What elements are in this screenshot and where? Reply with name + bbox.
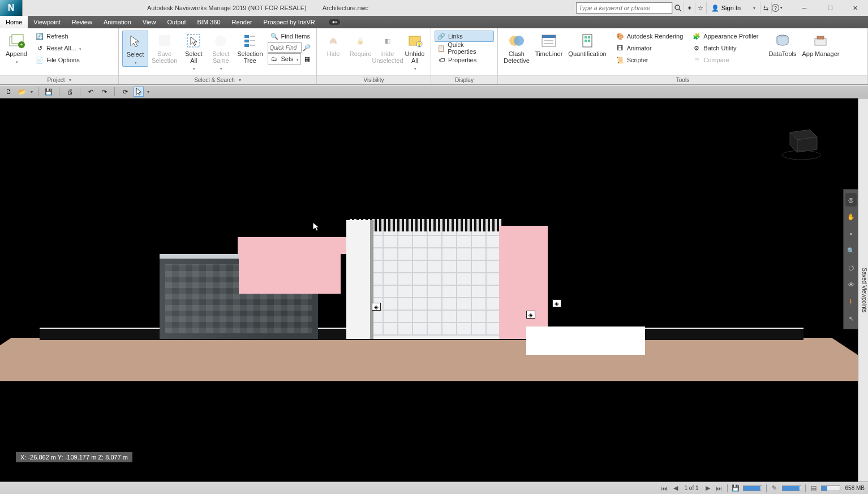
sheet-prev-icon[interactable]: ◀ [671, 484, 681, 493]
open-icon[interactable]: 📂 [17, 87, 27, 97]
pan-icon[interactable]: ✋ [845, 210, 857, 224]
app-manager-icon [811, 32, 830, 50]
require-label: Require [350, 50, 372, 57]
search-icon[interactable] [672, 2, 684, 14]
print-icon[interactable]: 🖨 [65, 87, 75, 97]
scripter-button[interactable]: 📜Scripter [613, 54, 686, 66]
viewport-area: ◈ ◈ ◈ X: -26.862 m Y: -109.177 m Z: 8.07… [0, 98, 868, 482]
sheet-count: 1 of 1 [685, 485, 699, 491]
autodesk-rendering-button[interactable]: 🎨Autodesk Rendering [613, 31, 686, 42]
maximize-button[interactable]: ☐ [817, 0, 843, 16]
select-nav-icon[interactable]: ↖ [845, 312, 857, 325]
tab-render[interactable]: Render [226, 16, 258, 28]
svg-line-1 [679, 9, 681, 11]
clash-detective-button[interactable]: Clash Detective [501, 31, 532, 65]
redo-icon[interactable]: ↷ [99, 87, 109, 97]
file-options-button[interactable]: 📄File Options [33, 54, 84, 66]
append-button[interactable]: + Append [3, 31, 29, 66]
timeliner-label: TimeLiner [535, 50, 563, 57]
help-icon[interactable]: ?▾ [771, 2, 783, 14]
svg-rect-27 [585, 40, 587, 42]
animator-label: Animator [627, 45, 652, 51]
timeliner-button[interactable]: TimeLiner [533, 31, 565, 58]
reset-all-button[interactable]: ↺Reset All... [33, 42, 84, 54]
favorite-icon[interactable]: ☆ [695, 2, 706, 14]
panel-select-search-title[interactable]: Select & Search [119, 75, 316, 84]
panel-project-title[interactable]: Project [0, 75, 118, 84]
reset-all-label: Reset All... [46, 45, 76, 51]
save-icon[interactable]: 💾 [44, 87, 54, 97]
steering-wheel-icon[interactable]: ◎ [845, 193, 857, 207]
app-logo[interactable]: N [0, 0, 23, 16]
panel-project: + Append 🔄Refresh ↺Reset All... 📄File Op… [0, 28, 119, 84]
app-manager-label: App Manager [802, 50, 839, 57]
link-marker-2[interactable]: ◈ [526, 311, 535, 319]
tab-prospect[interactable]: Prospect by IrisVR [258, 16, 321, 28]
minimize-button[interactable]: ─ [792, 0, 817, 16]
3d-viewport[interactable]: ◈ ◈ ◈ X: -26.862 m Y: -109.177 m Z: 8.07… [0, 98, 858, 482]
refresh-qat-icon[interactable]: ⟳ [120, 87, 130, 97]
unhide-all-button[interactable]: 💡Unhide All [402, 31, 428, 72]
drive-icon[interactable]: 💾 [731, 484, 741, 493]
tab-view[interactable]: View [137, 16, 162, 28]
find-items-button[interactable]: 🔍Find Items [268, 31, 312, 42]
selection-tree-button[interactable]: Selection Tree [235, 31, 265, 65]
orbit-icon[interactable]: ⭯ [845, 261, 857, 274]
hide-unselected-button: ◧Hide Unselected [375, 31, 401, 65]
appearance-profiler-button[interactable]: 🧩Appearance Profiler [690, 31, 760, 42]
sheet-next-icon[interactable]: ▶ [703, 484, 713, 493]
pencil-icon[interactable]: ✎ [770, 484, 780, 493]
datatools-button[interactable]: DataTools [767, 31, 799, 58]
view-cube[interactable] [779, 121, 824, 161]
svg-text:+: + [20, 42, 23, 48]
link-marker-1[interactable]: ◈ [372, 303, 381, 311]
new-icon[interactable]: 🗋 [3, 87, 14, 97]
sets-dropdown[interactable]: 🗂Sets [268, 53, 301, 65]
sheet-last-icon[interactable]: ⏭ [714, 484, 724, 493]
tab-animation[interactable]: Animation [98, 16, 137, 28]
properties-icon: 🏷 [437, 55, 446, 65]
panel-display: 🔗Links 📋Quick Properties 🏷Properties Dis… [431, 28, 498, 84]
tab-output[interactable]: Output [162, 16, 192, 28]
sets-manage-icon[interactable]: ▦ [304, 55, 310, 63]
animator-button[interactable]: 🎞Animator [613, 42, 686, 54]
links-button[interactable]: 🔗Links [435, 31, 494, 42]
saved-viewpoints-tab[interactable]: Saved Viewpoints [858, 98, 868, 482]
look-icon[interactable]: 👁 [845, 278, 857, 291]
ribbon-extra-icon[interactable]: ●▪ [325, 16, 344, 28]
tab-viewpoint[interactable]: Viewpoint [28, 16, 66, 28]
link-marker-3[interactable]: ◈ [552, 299, 561, 307]
sheet-first-icon[interactable]: ⏮ [659, 484, 669, 493]
infocenter-search[interactable] [576, 2, 672, 14]
batch-utility-button[interactable]: ⚙Batch Utility [690, 42, 760, 54]
memory-progress [821, 486, 840, 491]
properties-button[interactable]: 🏷Properties [435, 54, 494, 66]
tab-review[interactable]: Review [66, 16, 98, 28]
svg-rect-11 [244, 44, 249, 47]
infocenter-search-input[interactable] [577, 3, 672, 13]
app-manager-button[interactable]: App Manager [800, 31, 841, 58]
tab-home[interactable]: Home [0, 16, 28, 28]
tab-bim360[interactable]: BIM 360 [192, 16, 226, 28]
select-mode-icon[interactable] [134, 87, 144, 97]
walk-icon[interactable]: 🚶 [845, 295, 857, 308]
save-selection-label: Save Selection [152, 50, 177, 64]
quick-properties-button[interactable]: 📋Quick Properties [435, 42, 494, 54]
select-all-label: Select All [185, 50, 203, 64]
refresh-button[interactable]: 🔄Refresh [33, 31, 84, 42]
clash-label: Clash Detective [504, 50, 530, 64]
signin-button[interactable]: 👤 Sign In ▾ [706, 2, 760, 14]
select-button[interactable]: Select [122, 31, 148, 67]
undo-icon[interactable]: ↶ [85, 87, 96, 97]
select-all-button[interactable]: Select All [181, 31, 207, 72]
zoom-dot-icon[interactable]: • [845, 227, 857, 240]
memory-icon[interactable]: ▤ [809, 484, 819, 493]
subscription-icon[interactable]: ✦ [684, 2, 695, 14]
zoom-icon[interactable]: 🔍 [845, 244, 857, 257]
quick-find-go-icon[interactable]: 🔎 [303, 44, 311, 51]
append-label: Append [6, 50, 27, 57]
exchange-icon[interactable]: ⇆ [760, 2, 771, 14]
close-button[interactable]: ✕ [843, 0, 868, 16]
quick-find-input[interactable] [268, 42, 302, 53]
quantification-button[interactable]: Quantification [566, 31, 608, 58]
